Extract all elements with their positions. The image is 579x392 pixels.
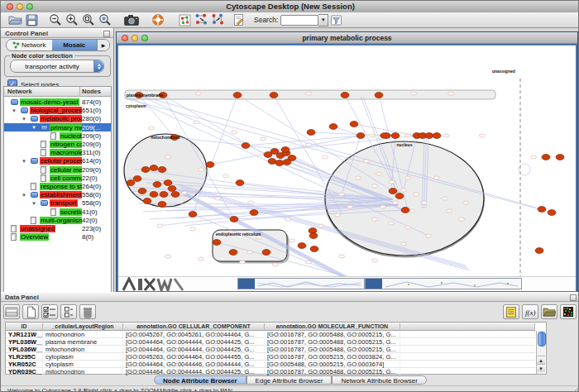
network-node[interactable]	[375, 93, 383, 98]
column-header[interactable]: _cellularLayoutRegion	[43, 323, 123, 332]
attribute-list-icon[interactable]	[503, 304, 519, 319]
network-node[interactable]	[283, 160, 291, 165]
network-view-window[interactable]: primary metabolic process plasma membran…	[117, 32, 577, 292]
zoom-selected-icon[interactable]	[98, 13, 112, 27]
search-dropdown-arrow-icon[interactable]: ▼	[318, 14, 328, 26]
zoom-out-icon[interactable]	[48, 13, 63, 27]
attribute-table-header[interactable]: ID_cellularLayoutRegionannotation.GO CEL…	[6, 323, 535, 331]
network-tree-header[interactable]: Network Nodes	[4, 87, 111, 97]
network-node[interactable]	[143, 198, 151, 204]
scrollbar-thumb[interactable]	[538, 332, 546, 347]
help-icon[interactable]	[151, 13, 165, 27]
network-node[interactable]	[281, 147, 290, 153]
expand-triangle-icon[interactable]: ▼	[22, 115, 26, 123]
network-node[interactable]	[380, 133, 391, 139]
network-node[interactable]	[133, 176, 141, 182]
table-row[interactable]: YJR121W__1mitochondrion[GO:0045267, GO:0…	[6, 331, 535, 338]
network-node[interactable]	[538, 207, 546, 213]
save-session-icon[interactable]	[24, 13, 39, 27]
network-node[interactable]	[389, 189, 397, 194]
network-canvas[interactable]: plasma membranecytoplasmmitochondrionnuc…	[118, 45, 576, 278]
resize-grip-icon[interactable]	[572, 386, 579, 392]
dropdown-stepper-icon[interactable]	[93, 60, 103, 72]
network-tree-row[interactable]: response to stimulu264(0)	[4, 183, 111, 191]
network-node[interactable]	[350, 122, 358, 127]
network-node[interactable]	[153, 182, 161, 188]
network-tree-row[interactable]: ▼establishment of lo558(0)	[4, 191, 111, 199]
network-node[interactable]	[307, 130, 315, 136]
tab-overflow-arrow-icon[interactable]: ▶	[97, 40, 109, 50]
open-file-icon[interactable]	[7, 13, 22, 27]
new-network-icon[interactable]	[177, 13, 192, 27]
import-attributes-icon[interactable]	[210, 13, 225, 27]
network-node[interactable]	[395, 194, 404, 199]
scroll-up-icon[interactable]: ▲	[537, 356, 545, 364]
network-tree-row[interactable]: ▼metabolic process280(0)	[4, 115, 111, 123]
network-node[interactable]	[542, 155, 550, 160]
network-tree-row[interactable]: macromolecule311(0)	[4, 149, 111, 157]
expand-triangle-icon[interactable]: ▼	[31, 123, 36, 131]
snapshot-icon[interactable]	[124, 13, 139, 27]
column-header[interactable]: ID	[6, 323, 43, 332]
scroll-down-icon[interactable]: ▼	[537, 364, 545, 372]
expand-triangle-icon[interactable]: ▼	[22, 191, 26, 199]
delete-attribute-icon[interactable]	[79, 304, 96, 319]
network-node[interactable]	[310, 246, 318, 252]
network-node[interactable]	[160, 192, 168, 198]
node-color-dropdown[interactable]: transporter activity	[10, 60, 104, 73]
network-node[interactable]	[250, 210, 258, 216]
network-node[interactable]	[141, 167, 150, 173]
network-node[interactable]	[206, 162, 214, 168]
network-node[interactable]	[262, 250, 270, 256]
float-panel-icon[interactable]	[570, 294, 577, 301]
network-tree-row[interactable]: ▼biological_process651(0)	[4, 107, 111, 115]
column-header[interactable]: annotation.GO CELLULAR_COMPONENT	[123, 323, 265, 332]
network-node[interactable]	[168, 186, 176, 192]
network-node[interactable]	[158, 202, 166, 208]
network-node[interactable]	[268, 159, 276, 165]
network-node[interactable]	[425, 133, 433, 139]
network-node[interactable]	[329, 124, 337, 130]
network-node[interactable]	[341, 93, 349, 98]
tab-network-attribute-browser[interactable]: Network Attribute Browser	[332, 375, 426, 385]
network-node[interactable]	[213, 240, 221, 246]
network-node[interactable]	[127, 180, 135, 186]
tab-mosaic[interactable]: Mosaic	[52, 40, 98, 50]
zoom-in-icon[interactable]	[65, 13, 79, 27]
network-canvas-area[interactable]: plasma membranecytoplasmmitochondrionnuc…	[117, 44, 577, 292]
expand-triangle-icon[interactable]: ▼	[31, 199, 36, 208]
table-row[interactable]: YDR039C__1mitochondrion[GO:0044464, GO:0…	[6, 368, 535, 375]
network-tree-row[interactable]: ▼cellular process614(0)	[4, 157, 111, 165]
tab-edge-attribute-browser[interactable]: Edge Attribute Browser	[246, 375, 333, 385]
network-tree-row[interactable]: ▼transport558(0)	[4, 199, 111, 208]
function-builder-icon[interactable]: f(x)	[522, 304, 538, 319]
network-tree-row[interactable]: ▼primary metab209(...	[4, 123, 111, 131]
network-node[interactable]	[150, 165, 158, 171]
select-attributes-icon[interactable]	[41, 304, 58, 319]
network-node[interactable]	[298, 243, 306, 249]
network-node[interactable]	[242, 143, 250, 149]
background-window-thumbnail[interactable]	[237, 278, 365, 289]
expand-triangle-icon[interactable]: ▼	[22, 157, 26, 165]
network-node[interactable]	[391, 133, 400, 139]
attribute-table-icon[interactable]	[3, 304, 20, 319]
table-vertical-scrollbar[interactable]: ▲ ▼	[536, 331, 545, 374]
search-input[interactable]	[280, 15, 318, 26]
network-node[interactable]	[270, 93, 278, 98]
network-node[interactable]	[229, 250, 237, 256]
unselect-attributes-icon[interactable]	[60, 304, 77, 319]
expand-triangle-icon[interactable]: ▼	[12, 107, 17, 115]
tab-node-attribute-browser[interactable]: Node Attribute Browser	[154, 375, 246, 385]
network-node[interactable]	[233, 93, 242, 98]
network-node[interactable]	[138, 189, 146, 194]
network-node[interactable]	[275, 160, 284, 166]
network-node[interactable]	[548, 210, 556, 216]
network-tree-row[interactable]: secretion41(0)	[4, 208, 111, 216]
table-row[interactable]: YLR295Ccytoplasm[GO:0045263, GO:0044464,…	[6, 353, 535, 361]
network-node[interactable]	[309, 233, 318, 239]
new-attribute-icon[interactable]	[22, 304, 39, 319]
column-header[interactable]	[400, 323, 535, 332]
network-node[interactable]	[401, 208, 409, 213]
network-window-titlebar[interactable]: primary metabolic process	[117, 32, 577, 44]
network-tree-row[interactable]: cell communicat22(0)	[4, 174, 111, 182]
